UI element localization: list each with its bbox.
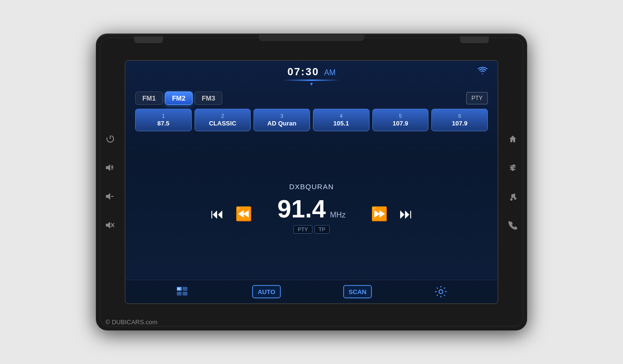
svg-rect-22 bbox=[183, 292, 187, 296]
screen: 07:30 AM FM1 FM2 FM3 bbox=[125, 60, 498, 304]
preset-6[interactable]: 6 107.9 bbox=[431, 109, 488, 131]
settings-button[interactable] bbox=[435, 285, 447, 298]
time-indicator bbox=[283, 80, 340, 81]
mute-button[interactable] bbox=[103, 217, 118, 233]
preset-5-label: 107.9 bbox=[392, 120, 408, 127]
tp-badge: TP bbox=[314, 225, 330, 234]
preset-1-num: 1 bbox=[138, 113, 188, 119]
station-name: DXBQURAN bbox=[289, 182, 334, 191]
preset-3-num: 3 bbox=[257, 113, 307, 119]
volume-up-button[interactable] bbox=[103, 160, 118, 175]
pty-button[interactable]: PTY bbox=[466, 92, 488, 104]
preset-4[interactable]: 4 105.1 bbox=[313, 109, 369, 131]
scan-button[interactable]: SCAN bbox=[343, 285, 372, 298]
preset-2-label: CLASSIC bbox=[209, 120, 236, 127]
fm3-tab[interactable]: FM3 bbox=[195, 91, 222, 105]
volume-down-button[interactable] bbox=[103, 189, 118, 204]
power-button[interactable] bbox=[103, 131, 118, 147]
svg-rect-20 bbox=[183, 287, 187, 291]
svg-marker-2 bbox=[106, 164, 110, 171]
svg-rect-19 bbox=[177, 287, 182, 291]
presets-section: 1 87.5 2 CLASSIC 3 AD Quran 4 105.1 5 bbox=[126, 109, 497, 136]
screen-content: 07:30 AM FM1 FM2 FM3 bbox=[126, 61, 497, 303]
frequency-value: 91.4 bbox=[277, 195, 326, 223]
svg-marker-9 bbox=[106, 222, 110, 228]
pty-tp-badges: PTY TP bbox=[264, 225, 359, 234]
fm2-tab[interactable]: FM2 bbox=[165, 91, 193, 105]
skip-forward-button[interactable]: ⏭ bbox=[399, 206, 413, 222]
phone-button[interactable] bbox=[505, 217, 520, 233]
preset-1[interactable]: 1 87.5 bbox=[135, 109, 192, 131]
fast-forward-button[interactable]: ⏩ bbox=[371, 206, 388, 222]
preset-4-num: 4 bbox=[316, 113, 366, 119]
preset-6-label: 107.9 bbox=[452, 120, 468, 127]
frequency-unit: MHz bbox=[330, 211, 346, 219]
svg-text:AUTO: AUTO bbox=[257, 288, 275, 296]
fm1-tab[interactable]: FM1 bbox=[135, 91, 163, 105]
home-button[interactable] bbox=[505, 131, 520, 147]
preset-5[interactable]: 5 107.9 bbox=[372, 109, 429, 131]
skip-back-button[interactable]: ⏮ bbox=[210, 206, 224, 222]
preset-4-label: 105.1 bbox=[334, 120, 349, 127]
preset-2-num: 2 bbox=[198, 113, 248, 119]
top-tab-center bbox=[259, 34, 364, 41]
wifi-icon bbox=[477, 66, 488, 76]
top-tab-left bbox=[134, 36, 163, 43]
svg-marker-12 bbox=[509, 136, 516, 142]
player-controls: ⏮ ⏪ 91.4 MHz PTY TP ⏩ ⏭ bbox=[135, 194, 488, 234]
svg-text:SCAN: SCAN bbox=[349, 288, 367, 296]
preset-1-label: 87.5 bbox=[157, 120, 169, 127]
svg-point-17 bbox=[513, 165, 515, 167]
frequency-display: 91.4 MHz PTY TP bbox=[264, 194, 359, 234]
svg-point-18 bbox=[512, 169, 514, 171]
car-head-unit: 07:30 AM FM1 FM2 FM3 bbox=[96, 34, 527, 330]
watermark: © DUBICARS.com bbox=[105, 318, 158, 326]
preset-3-label: AD Quran bbox=[267, 120, 297, 127]
time-display: 07:30 AM bbox=[283, 66, 340, 81]
right-side-controls bbox=[505, 131, 520, 233]
header-bar: 07:30 AM bbox=[126, 61, 497, 84]
clock-ampm: AM bbox=[324, 68, 335, 77]
preset-2[interactable]: 2 CLASSIC bbox=[195, 109, 251, 131]
svg-point-29 bbox=[439, 290, 443, 294]
clock-time: 07:30 bbox=[288, 66, 319, 78]
preset-5-num: 5 bbox=[376, 113, 426, 119]
fm-tabs-section: FM1 FM2 FM3 PTY bbox=[126, 84, 497, 109]
audio-eq-button[interactable] bbox=[505, 160, 520, 175]
preset-3[interactable]: 3 AD Quran bbox=[254, 109, 310, 131]
bottom-toolbar: AUTO SCAN bbox=[126, 280, 497, 303]
svg-marker-7 bbox=[106, 193, 110, 200]
left-side-controls bbox=[103, 131, 118, 233]
list-view-button[interactable] bbox=[176, 286, 189, 297]
music-note-button[interactable] bbox=[505, 189, 520, 204]
preset-6-num: 6 bbox=[435, 113, 485, 119]
rewind-button[interactable]: ⏪ bbox=[235, 206, 252, 222]
pty-badge: PTY bbox=[293, 225, 312, 234]
now-playing-section: DXBQURAN ⏮ ⏪ 91.4 MHz PTY TP ⏩ ⏭ bbox=[126, 136, 497, 280]
svg-rect-21 bbox=[177, 292, 182, 296]
top-tab-right bbox=[460, 36, 489, 43]
auto-button[interactable]: AUTO bbox=[252, 285, 281, 298]
